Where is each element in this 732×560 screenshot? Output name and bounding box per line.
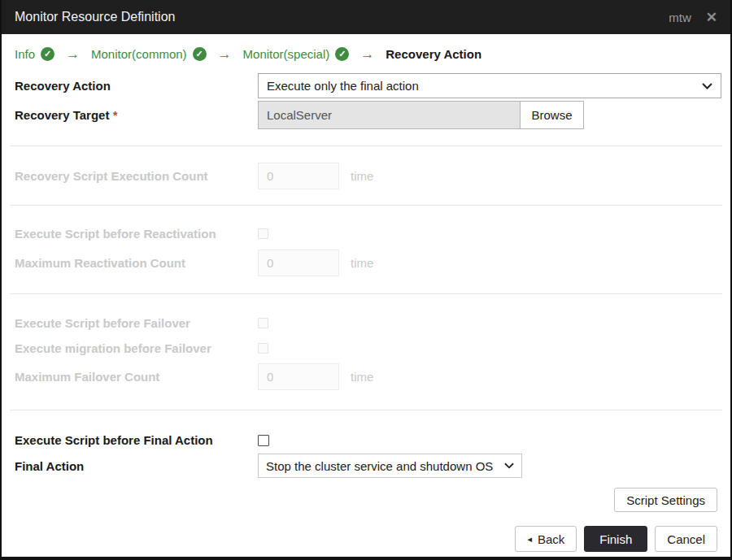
- back-button-label: Back: [538, 532, 564, 546]
- script-settings-button[interactable]: Script Settings: [614, 488, 717, 512]
- maximum-reactivation-count-unit: time: [351, 256, 373, 270]
- recovery-script-execution-count-label: Recovery Script Execution Count: [15, 169, 258, 183]
- execute-script-before-reactivation-row: Execute Script before Reactivation: [2, 228, 730, 240]
- step-recovery-action-current: Recovery Action: [386, 47, 481, 61]
- back-arrow-icon: ◂: [527, 534, 532, 545]
- step-arrow-icon: →: [218, 46, 232, 63]
- execute-script-before-reactivation-checkbox: [258, 228, 268, 239]
- maximum-failover-count-unit: time: [351, 370, 373, 384]
- step-info-check-icon: ✓: [41, 47, 54, 61]
- section-divider: [10, 205, 722, 206]
- execute-script-before-final-action-checkbox[interactable]: [258, 435, 269, 446]
- chevron-down-icon: [702, 83, 712, 89]
- monitor-resource-definition-dialog: Monitor Resource Definition mtw ✕ Info ✓…: [0, 0, 732, 560]
- final-action-row: Final Action Stop the cluster service an…: [2, 454, 730, 478]
- execute-script-before-failover-row: Execute Script before Failover: [2, 317, 730, 329]
- recovery-action-row: Recovery Action Execute only the final a…: [2, 73, 730, 98]
- dialog-title: Monitor Resource Definition: [15, 10, 175, 24]
- browse-button[interactable]: Browse: [521, 101, 584, 129]
- step-arrow-icon: →: [360, 46, 374, 63]
- step-arrow-icon: →: [66, 46, 80, 63]
- chevron-down-icon: [504, 462, 514, 469]
- dialog-footer-buttons: ◂ Back Finish Cancel: [2, 526, 730, 552]
- recovery-script-execution-count-row: Recovery Script Execution Count time: [2, 163, 730, 189]
- maximum-failover-count-input: [258, 363, 339, 390]
- finish-button[interactable]: Finish: [584, 526, 647, 552]
- back-button[interactable]: ◂ Back: [515, 526, 577, 552]
- recovery-action-label: Recovery Action: [15, 79, 258, 93]
- recovery-target-label: Recovery Target *: [15, 108, 258, 122]
- maximum-reactivation-count-row: Maximum Reactivation Count time: [2, 250, 730, 276]
- wizard-breadcrumb: Info ✓ → Monitor(common) ✓ → Monitor(spe…: [2, 34, 730, 69]
- close-icon[interactable]: ✕: [706, 11, 717, 24]
- section-divider: [10, 293, 722, 294]
- dialog-titlebar: Monitor Resource Definition mtw ✕: [2, 0, 730, 34]
- recovery-script-execution-count-input: [258, 163, 339, 189]
- execute-migration-before-failover-checkbox: [258, 343, 268, 354]
- section-divider: [10, 410, 722, 410]
- step-monitor-common-check-icon: ✓: [193, 47, 207, 61]
- execute-script-before-failover-checkbox: [258, 318, 268, 328]
- recovery-target-row: Recovery Target * Browse: [2, 101, 730, 129]
- final-action-selected-value: Stop the cluster service and shutdown OS: [266, 459, 493, 473]
- recovery-action-select[interactable]: Execute only the final action: [258, 73, 721, 98]
- execute-script-before-failover-label: Execute Script before Failover: [15, 316, 258, 330]
- section-divider: [10, 145, 722, 146]
- execute-migration-before-failover-label: Execute migration before Failover: [15, 341, 258, 355]
- step-monitor-common[interactable]: Monitor(common): [91, 47, 187, 61]
- window-badge: mtw: [669, 11, 691, 24]
- execute-script-before-final-action-row: Execute Script before Final Action: [2, 434, 730, 446]
- final-action-label: Final Action: [15, 459, 258, 473]
- maximum-reactivation-count-label: Maximum Reactivation Count: [15, 256, 258, 270]
- maximum-reactivation-count-input: [258, 250, 339, 276]
- recovery-script-execution-count-unit: time: [351, 169, 373, 183]
- execute-script-before-final-action-label: Execute Script before Final Action: [15, 433, 258, 447]
- step-info[interactable]: Info: [15, 47, 35, 61]
- maximum-failover-count-label: Maximum Failover Count: [15, 370, 258, 384]
- step-monitor-special-check-icon: ✓: [335, 47, 349, 61]
- recovery-target-label-text: Recovery Target: [15, 108, 109, 122]
- recovery-action-selected-value: Execute only the final action: [267, 79, 419, 93]
- maximum-failover-count-row: Maximum Failover Count time: [2, 363, 730, 390]
- final-action-select[interactable]: Stop the cluster service and shutdown OS: [258, 454, 522, 478]
- execute-migration-before-failover-row: Execute migration before Failover: [2, 342, 730, 354]
- script-settings-row: Script Settings: [2, 488, 730, 512]
- required-asterisk: *: [113, 108, 118, 122]
- recovery-target-input: [258, 101, 521, 129]
- step-monitor-special[interactable]: Monitor(special): [243, 47, 330, 61]
- cancel-button[interactable]: Cancel: [655, 526, 717, 552]
- execute-script-before-reactivation-label: Execute Script before Reactivation: [15, 227, 258, 241]
